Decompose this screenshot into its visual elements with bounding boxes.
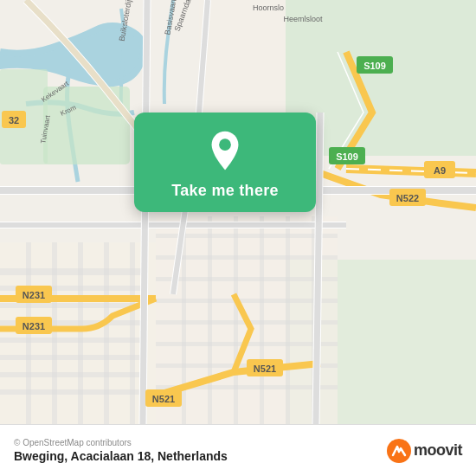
svg-rect-18 — [130, 242, 135, 424]
location-pin-icon — [204, 130, 246, 171]
take-me-there-label: Take me there — [171, 182, 279, 200]
moovit-logo: moovit — [386, 438, 462, 464]
svg-text:N231: N231 — [23, 321, 45, 331]
svg-text:S109: S109 — [336, 151, 358, 162]
info-left: © OpenStreetMap contributors Bweging, Ac… — [14, 438, 228, 463]
svg-text:S109: S109 — [363, 61, 386, 71]
svg-rect-10 — [0, 338, 147, 343]
svg-rect-31 — [260, 216, 264, 424]
svg-rect-12 — [0, 372, 147, 377]
svg-text:N231: N231 — [23, 290, 45, 300]
take-me-there-card[interactable]: Take me there — [134, 113, 316, 212]
svg-text:32: 32 — [9, 115, 19, 125]
svg-rect-15 — [52, 242, 57, 424]
moovit-logo-icon — [386, 438, 412, 464]
svg-text:N521: N521 — [152, 394, 175, 404]
svg-rect-13 — [0, 389, 147, 395]
svg-rect-6 — [0, 268, 147, 275]
moovit-logo-text: moovit — [414, 441, 462, 460]
svg-text:Hoornslo: Hoornslo — [253, 3, 284, 12]
svg-rect-32 — [286, 216, 290, 424]
svg-point-61 — [219, 138, 231, 151]
map-attribution: © OpenStreetMap contributors — [14, 438, 228, 447]
svg-rect-8 — [0, 303, 147, 308]
svg-rect-17 — [104, 242, 109, 424]
svg-rect-34 — [199, 0, 286, 113]
svg-text:N521: N521 — [254, 363, 276, 374]
svg-rect-11 — [0, 355, 147, 360]
info-bar: © OpenStreetMap contributors Bweging, Ac… — [0, 424, 476, 476]
location-name: Bweging, Acacialaan 18, Netherlands — [14, 449, 228, 463]
svg-text:N522: N522 — [396, 193, 419, 203]
svg-rect-30 — [234, 216, 238, 424]
svg-text:A9: A9 — [434, 165, 446, 176]
svg-rect-29 — [208, 216, 212, 424]
map-container: S109 S109 N522 A9 N231 N231 N521 N521 32… — [0, 0, 476, 424]
svg-rect-16 — [78, 242, 83, 424]
svg-text:Heemlsloot: Heemlsloot — [283, 15, 323, 23]
